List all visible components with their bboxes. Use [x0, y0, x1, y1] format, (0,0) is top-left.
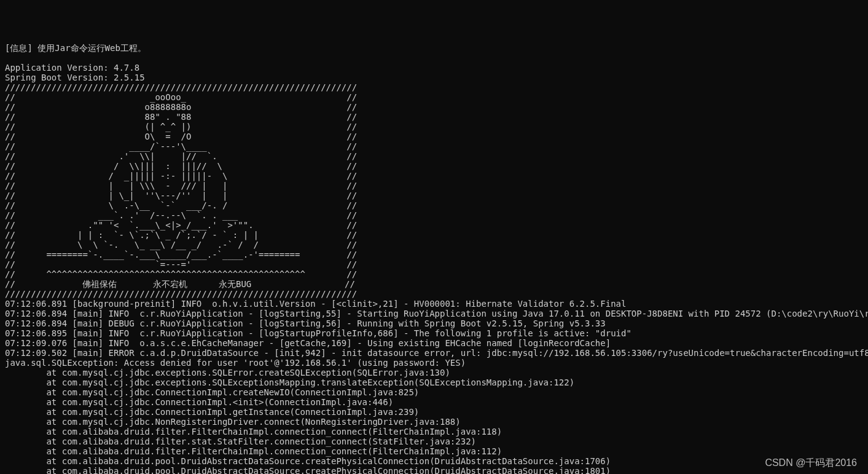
log-line: 07:12:06.895 [main] INFO c.r.RuoYiApplic… [5, 328, 631, 338]
ascii-art-line: // `=---=' // [5, 259, 357, 269]
exception-line: java.sql.SQLException: Access denied for… [5, 358, 466, 368]
stacktrace-line: at com.alibaba.druid.pool.DruidAbstractD… [5, 466, 611, 474]
info-line: [信息] 使用Jar命令运行Web工程。 [5, 43, 146, 53]
watermark-text: CSDN @千码君2016 [765, 458, 857, 468]
ascii-art-line: // ^^^^^^^^^^^^^^^^^^^^^^^^^^^^^^^^^^^^^… [5, 269, 357, 279]
ascii-art-line: // ========`-.____`-.___\_____/___.-`___… [5, 250, 357, 259]
stacktrace-line: at com.mysql.cj.jdbc.exceptions.SQLExcep… [5, 377, 574, 387]
ascii-art-line: // ___`. .' /--.--\ `. . ___ // [5, 210, 357, 220]
ascii-art-line: // (| ^_^ |) // [5, 122, 357, 132]
stacktrace-line: at com.mysql.cj.jdbc.exceptions.SQLError… [5, 368, 450, 377]
ascii-art-line: ////////////////////////////////////////… [5, 289, 357, 299]
ascii-art-line: // | | \\\ - /// | | // [5, 181, 357, 191]
ascii-art-line: // 佛祖保佑 永不宕机 永无BUG // [5, 279, 355, 289]
stacktrace-line: at com.alibaba.druid.filter.FilterChainI… [5, 427, 502, 436]
ascii-art-line: ////////////////////////////////////////… [5, 82, 357, 92]
stacktrace-line: at com.alibaba.druid.filter.FilterChainI… [5, 446, 502, 456]
ascii-art-line: // O\ = /O // [5, 132, 357, 141]
stacktrace-line: at com.alibaba.druid.pool.DruidAbstractD… [5, 456, 611, 466]
ascii-art-line: // \ .-\__ `-` ___/-. / // [5, 200, 357, 210]
log-line: 07:12:06.891 [background-preinit] INFO o… [5, 299, 626, 309]
ascii-art-line: // _ooOoo_ // [5, 92, 357, 102]
ascii-art-line: // ."" '< `.___\_<|>_/___.' >'"". // [5, 220, 357, 230]
log-line: 07:12:06.894 [main] DEBUG c.r.RuoYiAppli… [5, 318, 606, 328]
terminal-output[interactable]: [信息] 使用Jar命令运行Web工程。 Application Version… [5, 43, 863, 474]
log-line: 07:12:06.894 [main] INFO c.r.RuoYiApplic… [5, 309, 868, 318]
app-version-line: Application Version: 4.7.8 [5, 63, 139, 73]
ascii-art-line: // | \_| ''\---/'' | | // [5, 191, 357, 200]
stacktrace-line: at com.mysql.cj.jdbc.ConnectionImpl.getI… [5, 407, 419, 417]
ascii-art-line: // .' \\| |// `. // [5, 151, 357, 161]
log-line-error: 07:12:09.502 [main] ERROR c.a.d.p.DruidD… [5, 348, 868, 358]
ascii-art-line: // \ \ `-. \_ __\ /__ _/ .-` / / // [5, 240, 357, 250]
spring-version-line: Spring Boot Version: 2.5.15 [5, 73, 145, 82]
stacktrace-line: at com.mysql.cj.jdbc.ConnectionImpl.<ini… [5, 397, 393, 407]
ascii-art-line: // 88" . "88 // [5, 112, 357, 122]
ascii-art-line: // | | : `- \`.;`\ _ /`;.`/ - ` : | | // [5, 230, 357, 240]
log-line: 07:12:09.076 [main] INFO o.a.s.c.e.EhCac… [5, 338, 611, 348]
ascii-art-line: // o8888888o // [5, 102, 357, 112]
ascii-art-line: // / _||||| -:- |||||- \ // [5, 171, 357, 181]
stacktrace-line: at com.alibaba.druid.filter.stat.StatFil… [5, 436, 476, 446]
ascii-art-line: // ____/`---'\____ // [5, 141, 357, 151]
stacktrace-line: at com.mysql.cj.jdbc.NonRegisteringDrive… [5, 417, 461, 427]
stacktrace-line: at com.mysql.cj.jdbc.ConnectionImpl.crea… [5, 387, 419, 397]
ascii-art-line: // / \\||| : |||// \ // [5, 161, 357, 171]
